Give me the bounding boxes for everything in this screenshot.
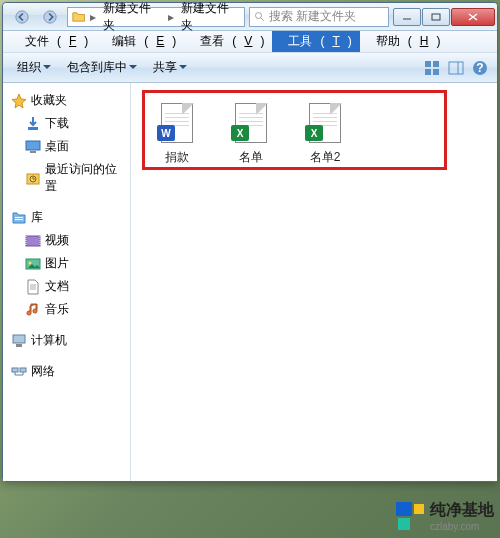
svg-rect-13 xyxy=(30,151,36,153)
close-button[interactable] xyxy=(451,8,495,26)
titlebar: ▸ 新建文件夹 ▸ 新建文件夹 搜索 新建文件夹 xyxy=(3,3,497,31)
svg-rect-5 xyxy=(433,61,439,67)
menu-help[interactable]: 帮助(H) xyxy=(360,31,449,52)
svg-rect-16 xyxy=(15,217,23,218)
file-label: 名单2 xyxy=(310,149,341,166)
svg-point-1 xyxy=(44,10,56,22)
svg-rect-4 xyxy=(425,61,431,67)
file-item[interactable]: W捐款 xyxy=(147,97,207,170)
svg-point-2 xyxy=(256,12,262,18)
breadcrumb-1[interactable]: 新建文件夹 xyxy=(101,0,162,34)
sidebar-network[interactable]: 网络 xyxy=(3,360,130,383)
include-button[interactable]: 包含到库中 xyxy=(59,56,145,79)
svg-rect-24 xyxy=(20,368,26,372)
svg-rect-17 xyxy=(15,219,23,220)
watermark-logo xyxy=(396,502,424,530)
svg-rect-8 xyxy=(449,62,463,74)
svg-rect-7 xyxy=(433,69,439,75)
preview-pane-button[interactable] xyxy=(445,57,467,79)
explorer-window: ▸ 新建文件夹 ▸ 新建文件夹 搜索 新建文件夹 文件(F) 编辑(E) 查看(… xyxy=(2,2,498,482)
sidebar-item-video[interactable]: 视频 xyxy=(3,229,130,252)
file-item[interactable]: X名单 xyxy=(221,97,281,170)
excel-file-icon: X xyxy=(303,101,347,145)
maximize-button[interactable] xyxy=(422,8,450,26)
svg-point-0 xyxy=(16,10,28,22)
search-icon xyxy=(254,11,266,23)
view-mode-button[interactable] xyxy=(421,57,443,79)
svg-point-20 xyxy=(29,261,32,264)
sidebar-item-desktop[interactable]: 桌面 xyxy=(3,135,130,158)
folder-icon xyxy=(72,10,85,24)
svg-text:?: ? xyxy=(476,61,483,75)
sidebar-item-download[interactable]: 下载 xyxy=(3,112,130,135)
sidebar-item-music[interactable]: 音乐 xyxy=(3,298,130,321)
help-button[interactable]: ? xyxy=(469,57,491,79)
svg-rect-12 xyxy=(26,141,40,150)
sidebar-item-recent[interactable]: 最近访问的位置 xyxy=(3,158,130,198)
breadcrumb-2[interactable]: 新建文件夹 xyxy=(179,0,240,34)
toolbar: 组织 包含到库中 共享 ? xyxy=(3,53,497,83)
excel-file-icon: X xyxy=(229,101,273,145)
organize-button[interactable]: 组织 xyxy=(9,56,59,79)
sidebar-library[interactable]: 库 xyxy=(3,206,130,229)
search-input[interactable]: 搜索 新建文件夹 xyxy=(249,7,389,27)
minimize-button[interactable] xyxy=(393,8,421,26)
menu-tools[interactable]: 工具(T) xyxy=(272,31,359,52)
share-button[interactable]: 共享 xyxy=(145,56,195,79)
sidebar: 收藏夹下载桌面最近访问的位置库视频图片文档音乐计算机网络 xyxy=(3,83,131,481)
file-item[interactable]: X名单2 xyxy=(295,97,355,170)
back-button[interactable] xyxy=(9,6,35,28)
address-bar[interactable]: ▸ 新建文件夹 ▸ 新建文件夹 xyxy=(67,7,245,27)
watermark-url: czlaby.com xyxy=(430,521,479,532)
menubar: 文件(F) 编辑(E) 查看(V) 工具(T) 帮助(H) xyxy=(3,31,497,53)
forward-button[interactable] xyxy=(37,6,63,28)
sidebar-star[interactable]: 收藏夹 xyxy=(3,89,130,112)
watermark: 纯净基地 czlaby.com xyxy=(396,500,494,532)
sidebar-item-document[interactable]: 文档 xyxy=(3,275,130,298)
svg-rect-18 xyxy=(26,236,40,246)
menu-view[interactable]: 查看(V) xyxy=(184,31,272,52)
menu-edit[interactable]: 编辑(E) xyxy=(96,31,184,52)
svg-rect-11 xyxy=(28,127,38,130)
content-pane[interactable]: W捐款X名单X名单2 xyxy=(131,83,497,481)
svg-rect-22 xyxy=(16,344,22,347)
file-label: 名单 xyxy=(239,149,263,166)
word-file-icon: W xyxy=(155,101,199,145)
sidebar-computer[interactable]: 计算机 xyxy=(3,329,130,352)
menu-file[interactable]: 文件(F) xyxy=(9,31,96,52)
file-label: 捐款 xyxy=(165,149,189,166)
svg-rect-21 xyxy=(13,335,25,343)
svg-rect-6 xyxy=(425,69,431,75)
sidebar-item-picture[interactable]: 图片 xyxy=(3,252,130,275)
svg-rect-3 xyxy=(432,14,440,20)
watermark-title: 纯净基地 xyxy=(430,500,494,521)
svg-rect-23 xyxy=(12,368,18,372)
